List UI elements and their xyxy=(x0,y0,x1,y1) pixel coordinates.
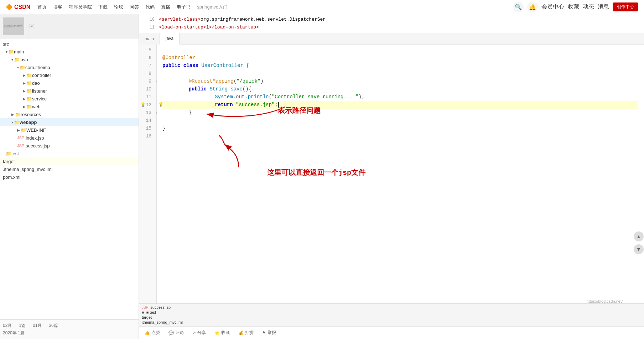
code-line-15: } xyxy=(162,124,638,132)
create-button[interactable]: 创作中心 xyxy=(613,2,638,11)
pom-label: pom.xml xyxy=(3,174,20,180)
tree-target[interactable]: target xyxy=(0,157,139,165)
nav-springmvc: springmvc入门 xyxy=(197,4,227,10)
folder-icon: 📁 xyxy=(6,151,11,156)
xml-close-tag: </load-on-startup> xyxy=(209,25,259,30)
scroll-down-btn[interactable]: ▼ xyxy=(634,244,644,254)
right-scrollbar: ▲ ▼ xyxy=(633,231,644,254)
collapse-arrow: ▶ xyxy=(23,89,26,93)
linenum-5: 5 xyxy=(139,46,154,54)
nav-blog[interactable]: 博客 xyxy=(53,4,62,10)
bottom-action-bar: 👍 点赞 💬 评论 ↗ 分享 ⭐ 收藏 💰 打赏 xyxy=(139,326,644,339)
tree-iml[interactable]: .itheima_spring_mvc.iml xyxy=(0,165,139,173)
nav-home[interactable]: 首页 xyxy=(37,4,47,10)
nav-search-area: 🔍 🔔 会员中心 收藏 动态 消息 创作中心 xyxy=(513,2,638,12)
comment-icon: 💬 xyxy=(168,330,174,335)
annotation-controller: @Controller xyxy=(162,54,195,62)
tree-web[interactable]: ▶ 📁 web xyxy=(0,103,139,110)
action-collect[interactable]: ⭐ 收藏 xyxy=(214,330,230,336)
comment-label: 评论 xyxy=(175,330,184,336)
collapse-arrow: ▶ xyxy=(23,97,26,101)
controller-label: controller xyxy=(32,73,51,78)
expand-arrow: ▾ xyxy=(17,66,19,69)
nav-message[interactable]: 消息 xyxy=(598,3,609,11)
code-content[interactable]: @Controller public class UserController … xyxy=(157,45,644,303)
tree-pom[interactable]: pom.xml xyxy=(0,173,139,181)
tree-webapp[interactable]: ▾ 📁 webapp xyxy=(0,118,139,126)
nav-member[interactable]: 会员中心 xyxy=(541,3,564,11)
bottom-content: JSP success.jsp ■ ■ test target itheima_… xyxy=(139,304,644,326)
nav-collect[interactable]: 收藏 xyxy=(568,3,579,11)
action-report[interactable]: ⚑ 举报 xyxy=(262,330,276,336)
action-like[interactable]: 👍 点赞 xyxy=(145,330,160,336)
xml-linenum-10: 10 xyxy=(145,16,159,24)
collapse-arrow: ▶ xyxy=(23,81,26,85)
action-share[interactable]: ↗ 分享 xyxy=(192,330,206,336)
tree-listener[interactable]: ▶ 📁 listener xyxy=(0,87,139,95)
folder-icon: 📁 xyxy=(26,96,32,101)
jsp-file-icon: JSP xyxy=(142,306,148,309)
outer-brace-close: } xyxy=(162,124,165,132)
tree-webinf[interactable]: ▶ 📁 WEB-INF xyxy=(0,126,139,134)
nav-download[interactable]: 下载 xyxy=(98,4,108,10)
code-line-13: } xyxy=(162,109,638,116)
file-tree: src ▾ 📁 main ▾ 📁 java ▾ 📁 com.itheima xyxy=(0,38,139,319)
paren2: ); xyxy=(359,93,365,101)
nav-live[interactable]: 直播 xyxy=(161,4,170,10)
nav-items: 首页 博客 程序员学院 下载 论坛 问答 代码 直播 电子书 springmvc… xyxy=(37,4,227,10)
tree-src[interactable]: src xyxy=(0,40,139,48)
stat-year: 2020年 1篇 xyxy=(3,330,25,335)
code-line-7: public class UserController { xyxy=(162,62,638,69)
test-folder-icon: ■ xyxy=(142,310,144,314)
report-label: 举报 xyxy=(268,330,276,336)
tree-test[interactable]: 📁 test xyxy=(0,150,139,157)
tab-java[interactable]: java xyxy=(160,33,180,45)
linenum-8: 8 xyxy=(139,69,154,77)
method-paren: (){ xyxy=(243,85,251,93)
collapse-arrow: ▶ xyxy=(23,73,26,77)
search-icon[interactable]: 🔍 xyxy=(513,2,524,12)
tree-service[interactable]: ▶ 📁 service xyxy=(0,95,139,103)
file-success-jsp: success.jsp xyxy=(150,305,171,309)
java-label: java xyxy=(20,57,28,62)
nav-forum[interactable]: 论坛 xyxy=(114,4,123,10)
nav-ebook[interactable]: 电子书 xyxy=(177,4,191,10)
nav-qa[interactable]: 问答 xyxy=(130,4,139,10)
collect-icon: ⭐ xyxy=(214,330,220,335)
kw-public2: public xyxy=(189,85,210,93)
notification-icon[interactable]: 🔔 xyxy=(527,2,538,12)
com-itheima-label: com.itheima xyxy=(25,65,50,70)
share-icon: ↗ xyxy=(192,330,196,335)
tree-index-jsp[interactable]: JSP index.jsp xyxy=(0,134,139,142)
tree-main[interactable]: ▾ 📁 main xyxy=(0,48,139,56)
nav-code[interactable]: 代码 xyxy=(145,4,155,10)
folder-icon: 📁 xyxy=(14,120,20,125)
kw-return: return xyxy=(215,101,236,109)
collapse-arrow: ▶ xyxy=(11,113,14,116)
tab-main[interactable]: main xyxy=(139,33,160,45)
brace-close: } xyxy=(189,109,192,116)
action-reward[interactable]: 💰 打赏 xyxy=(238,330,254,336)
tree-controller[interactable]: ▶ 📁 controller xyxy=(0,71,139,79)
tree-resources[interactable]: ▶ 📁 resources xyxy=(0,110,139,118)
tree-com-itheima[interactable]: ▾ 📁 com.itheima xyxy=(0,63,139,71)
kw-class: class xyxy=(183,62,201,69)
nav-dynamic[interactable]: 动态 xyxy=(583,3,594,11)
tree-success-jsp[interactable]: JSP success.jsp xyxy=(0,142,139,150)
action-comment[interactable]: 💬 评论 xyxy=(168,330,184,336)
reward-icon: 💰 xyxy=(238,330,244,335)
xml-tag: <servlet-class> xyxy=(159,17,201,22)
out: out xyxy=(236,93,245,101)
println: println xyxy=(248,93,269,101)
nav-academy[interactable]: 程序员学院 xyxy=(69,4,92,10)
folder-icon: 📁 xyxy=(21,127,26,133)
tree-java[interactable]: ▾ 📁 java xyxy=(0,56,139,63)
list-item: target xyxy=(142,315,641,319)
folder-icon: 📁 xyxy=(26,73,32,78)
scroll-up-btn[interactable]: ▲ xyxy=(634,231,644,241)
xml-line-11: 11 <load-on-startup>1</load-on-startup> xyxy=(145,24,638,31)
xml-area: 10 <servlet-class>org.springframework.we… xyxy=(139,14,644,33)
logo[interactable]: 🔶 CSDN xyxy=(6,4,30,10)
paren1: ( xyxy=(269,93,271,101)
tree-dao[interactable]: ▶ 📁 dao xyxy=(0,79,139,87)
